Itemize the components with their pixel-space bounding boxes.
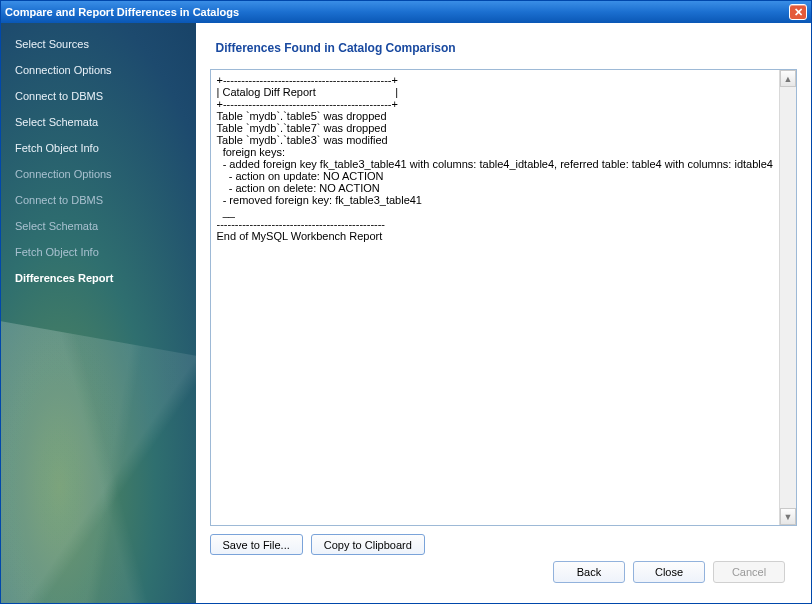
sidebar-item-label: Fetch Object Info bbox=[15, 246, 99, 258]
cancel-button: Cancel bbox=[713, 561, 785, 583]
page-title: Differences Found in Catalog Comparison bbox=[216, 41, 797, 55]
chevron-down-icon: ▼ bbox=[784, 512, 793, 522]
sidebar-item-label: Connect to DBMS bbox=[15, 90, 103, 102]
button-label: Close bbox=[655, 566, 683, 578]
close-icon: ✕ bbox=[794, 6, 803, 19]
sidebar-item-label: Select Schemata bbox=[15, 116, 98, 128]
sidebar-item-label: Connection Options bbox=[15, 64, 112, 76]
sidebar-item-label: Select Sources bbox=[15, 38, 89, 50]
dialog-footer: Back Close Cancel bbox=[210, 555, 797, 593]
button-label: Copy to Clipboard bbox=[324, 539, 412, 551]
button-label: Cancel bbox=[732, 566, 766, 578]
sidebar-item-connect-dbms-2[interactable]: Connect to DBMS bbox=[1, 187, 196, 213]
report-toolbar: Save to File... Copy to Clipboard bbox=[210, 534, 797, 555]
close-button[interactable]: Close bbox=[633, 561, 705, 583]
scroll-track[interactable] bbox=[780, 87, 796, 508]
vertical-scrollbar[interactable]: ▲ ▼ bbox=[779, 70, 796, 525]
sidebar-item-connection-options[interactable]: Connection Options bbox=[1, 57, 196, 83]
report-text[interactable]: +---------------------------------------… bbox=[211, 70, 779, 525]
sidebar-item-connection-options-2[interactable]: Connection Options bbox=[1, 161, 196, 187]
sidebar-item-label: Connection Options bbox=[15, 168, 112, 180]
scroll-down-button[interactable]: ▼ bbox=[780, 508, 796, 525]
copy-to-clipboard-button[interactable]: Copy to Clipboard bbox=[311, 534, 425, 555]
button-label: Back bbox=[577, 566, 601, 578]
sidebar-item-label: Differences Report bbox=[15, 272, 113, 284]
window-title: Compare and Report Differences in Catalo… bbox=[5, 6, 239, 18]
sidebar-item-select-schemata[interactable]: Select Schemata bbox=[1, 109, 196, 135]
window-close-button[interactable]: ✕ bbox=[789, 4, 807, 20]
sidebar-item-differences-report[interactable]: Differences Report bbox=[1, 265, 196, 291]
scroll-up-button[interactable]: ▲ bbox=[780, 70, 796, 87]
sidebar-item-fetch-object-info[interactable]: Fetch Object Info bbox=[1, 135, 196, 161]
sidebar-item-select-sources[interactable]: Select Sources bbox=[1, 31, 196, 57]
sidebar-item-label: Connect to DBMS bbox=[15, 194, 103, 206]
save-to-file-button[interactable]: Save to File... bbox=[210, 534, 303, 555]
sidebar-item-fetch-object-info-2[interactable]: Fetch Object Info bbox=[1, 239, 196, 265]
sidebar-item-label: Select Schemata bbox=[15, 220, 98, 232]
chevron-up-icon: ▲ bbox=[784, 74, 793, 84]
sidebar-item-label: Fetch Object Info bbox=[15, 142, 99, 154]
sidebar-item-connect-dbms[interactable]: Connect to DBMS bbox=[1, 83, 196, 109]
report-output-box: +---------------------------------------… bbox=[210, 69, 797, 526]
button-label: Save to File... bbox=[223, 539, 290, 551]
wizard-sidebar: Select Sources Connection Options Connec… bbox=[1, 23, 196, 603]
main-panel: Differences Found in Catalog Comparison … bbox=[196, 23, 811, 603]
back-button[interactable]: Back bbox=[553, 561, 625, 583]
dialog-body: Select Sources Connection Options Connec… bbox=[1, 23, 811, 603]
sidebar-item-select-schemata-2[interactable]: Select Schemata bbox=[1, 213, 196, 239]
dialog-window: Compare and Report Differences in Catalo… bbox=[0, 0, 812, 604]
titlebar[interactable]: Compare and Report Differences in Catalo… bbox=[1, 1, 811, 23]
